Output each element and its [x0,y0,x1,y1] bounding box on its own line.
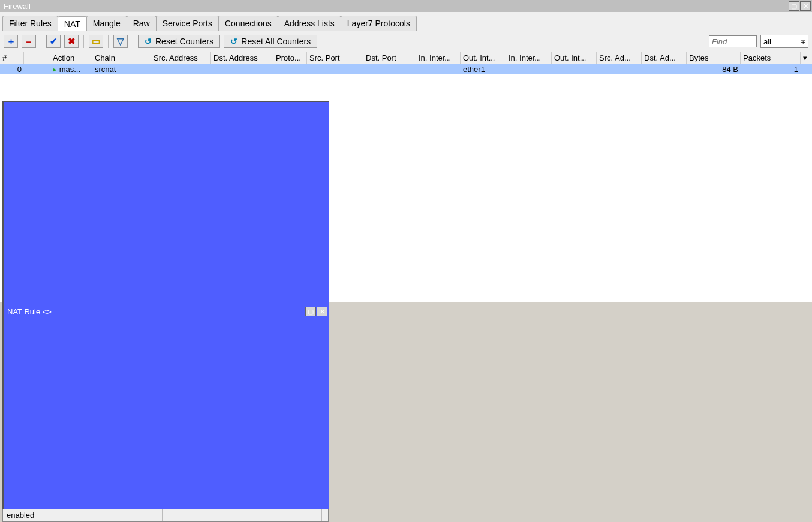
toolbar-sep-4 [133,35,133,48]
main-title: Firewall [4,2,31,11]
disable-icon[interactable]: ✖ [64,35,79,48]
cell-src-al [597,64,642,74]
find-input[interactable] [709,35,757,47]
col-menu[interactable]: ▾ [801,52,811,64]
reset-counters-btn[interactable]: ↺ Reset Counters [138,35,220,48]
main-titlebar: Firewall ▢ ✕ [0,0,812,12]
tab-connections[interactable]: Connections [218,16,278,31]
dialog-title: NAT Rule <> [7,307,52,316]
tab-service-ports[interactable]: Service Ports [156,16,219,31]
tab-filter-rules[interactable]: Filter Rules [2,16,58,31]
cell-in-ifl [506,64,552,74]
col-packets[interactable]: Packets [741,52,801,64]
dialog-maximize-btn[interactable]: ▢ [305,307,316,316]
cell-packets: 1 [741,64,801,74]
col-out-if[interactable]: Out. Int... [461,52,506,64]
main-close-btn[interactable]: ✕ [800,1,811,11]
col-proto[interactable]: Proto... [273,52,307,64]
cell-dst-port [363,64,416,74]
tab-address-lists[interactable]: Address Lists [278,16,341,31]
col-dst-port[interactable]: Dst. Port [363,52,416,64]
col-dst-al[interactable]: Dst. Ad... [642,52,687,64]
col-src-addr[interactable]: Src. Address [151,52,211,64]
col-chain[interactable]: Chain [92,52,151,64]
cell-out-ifl [552,64,597,74]
filter-combo[interactable]: all ∓ [760,35,808,48]
col-src-al[interactable]: Src. Ad... [597,52,642,64]
cell-dst-addr [211,64,273,74]
comment-icon[interactable]: ▭ [89,35,103,48]
cell-proto [273,64,307,74]
tab-mangle[interactable]: Mangle [86,16,127,31]
add-icon[interactable]: ＋ [4,35,18,48]
cell-src-addr [151,64,211,74]
col-out-ifl[interactable]: Out. Int... [552,52,597,64]
status-enabled: enabled [3,509,163,521]
reset-all-counters-btn[interactable]: ↺ Reset All Counters [224,35,317,48]
toolbar: ＋ − ✔ ✖ ▭ ▽ ↺ Reset Counters ↺ Reset All… [0,31,812,52]
col-in-if[interactable]: In. Inter... [416,52,461,64]
remove-icon[interactable]: − [22,35,36,48]
toolbar-sep-3 [108,35,109,48]
nat-rule-dialog: NAT Rule <> ▢ ✕ General Advanced Extra A… [2,101,329,521]
main-tabs: Filter Rules NAT Mangle Raw Service Port… [0,12,812,31]
col-src-port[interactable]: Src. Port [307,52,363,64]
toolbar-sep-2 [83,35,84,48]
reset-all-icon: ↺ [230,37,237,46]
tab-raw[interactable]: Raw [127,16,157,31]
combo-chevron-icon: ∓ [801,38,805,45]
dialog-close-btn[interactable]: ✕ [317,307,327,316]
col-in-ifl[interactable]: In. Inter... [506,52,552,64]
cell-num: 0 [0,64,24,74]
dialog-statusbar: enabled [2,509,329,522]
col-bytes[interactable]: Bytes [687,52,741,64]
dialog-titlebar: NAT Rule <> ▢ ✕ [3,101,329,521]
cell-out-if: ether1 [461,64,506,74]
enable-icon[interactable]: ✔ [46,35,61,48]
status-blank [163,509,322,521]
cell-dst-al [642,64,687,74]
col-blank[interactable] [24,52,50,64]
cell-action: ▸ mas... [50,64,92,74]
cell-src-port [307,64,363,74]
table-header: # Action Chain Src. Address Dst. Address… [0,52,812,64]
table-row[interactable]: 0 ▸ mas... srcnat ether1 84 B 1 [0,64,812,74]
cell-icon [24,64,50,74]
col-dst-addr[interactable]: Dst. Address [211,52,273,64]
cell-chain: srcnat [92,64,151,74]
col-num[interactable]: # [0,52,24,64]
col-action[interactable]: Action [50,52,92,64]
cell-in-if [416,64,461,74]
filter-icon[interactable]: ▽ [113,35,128,48]
tab-nat[interactable]: NAT [58,16,87,31]
tab-layer7[interactable]: Layer7 Protocols [341,16,417,31]
main-maximize-btn[interactable]: ▢ [789,1,799,11]
reset-icon: ↺ [145,37,152,46]
toolbar-sep-1 [41,35,41,48]
cell-bytes: 84 B [687,64,741,74]
